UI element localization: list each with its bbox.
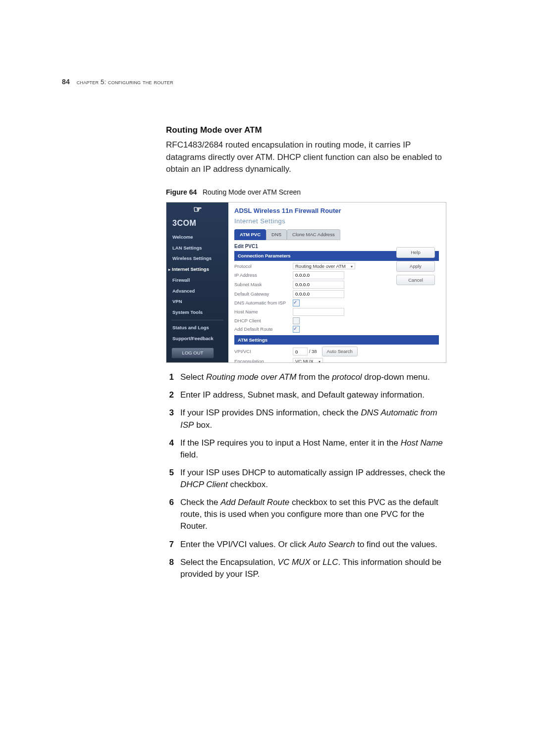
row-encapsulation: Encapsulation VC MUX xyxy=(234,358,439,363)
step-text: If your ISP uses DHCP to automatically a… xyxy=(180,467,446,491)
sidebar-item-vpn[interactable]: VPN xyxy=(166,296,228,307)
section-title: Routing Mode over ATM xyxy=(166,124,446,137)
encaps-select[interactable]: VC MUX xyxy=(293,358,323,363)
tab-bar: ATM PVC DNS Clone MAC Address xyxy=(234,229,439,240)
sidebar-divider xyxy=(171,320,223,320)
step-4: 4 If the ISP requires you to input a Hos… xyxy=(166,437,446,461)
logout-button[interactable]: LOG OUT xyxy=(171,348,214,358)
logo: ☞ xyxy=(166,202,228,217)
step-num: 7 xyxy=(166,539,174,551)
step-8: 8 Select the Encapsulation, VC MUX or LL… xyxy=(166,556,446,580)
row-dhcp: DHCP Client xyxy=(234,317,439,324)
chapter-header: 84 Chapter 5: Configuring the Router xyxy=(62,77,462,87)
hostname-input[interactable] xyxy=(293,308,344,316)
figure-text: Routing Mode over ATM Screen xyxy=(203,188,301,196)
sidebar-item-firewall[interactable]: Firewall xyxy=(166,275,228,286)
figure-caption: Figure 64 Routing Mode over ATM Screen xyxy=(166,187,446,197)
step-num: 8 xyxy=(166,556,174,580)
subnet-input[interactable] xyxy=(293,281,344,289)
step-text: Enter IP address, Subnet mask, and Defau… xyxy=(180,389,425,401)
tab-dns[interactable]: DNS xyxy=(266,229,287,240)
sidebar-item-internet[interactable]: Internet Settings xyxy=(166,264,228,275)
gateway-label: Default Gateway xyxy=(234,291,293,298)
dhcp-label: DHCP Client xyxy=(234,317,293,324)
row-hostname: Host Name xyxy=(234,308,439,316)
step-6: 6 Check the Add Default Route checkbox t… xyxy=(166,497,446,532)
right-buttons: Help Apply Cancel xyxy=(396,247,435,285)
page-number: 84 xyxy=(62,77,75,87)
ip-label: IP Address xyxy=(234,272,293,279)
sidebar-item-support[interactable]: Support/Feedback xyxy=(166,333,228,344)
vci-value: / 38 xyxy=(309,348,317,355)
step-text: Select the Encapsulation, VC MUX or LLC.… xyxy=(180,556,446,580)
help-button[interactable]: Help xyxy=(396,247,435,258)
row-dns-auto: DNS Automatic from ISP xyxy=(234,300,439,306)
default-route-label: Add Default Route xyxy=(234,326,293,333)
page-subtitle: Internet Settings xyxy=(234,217,439,226)
sidebar-item-systools[interactable]: System Tools xyxy=(166,307,228,318)
chapter-title: Chapter 5: Configuring the Router xyxy=(77,78,173,86)
apply-button[interactable]: Apply xyxy=(396,261,435,272)
row-vpivci: VPI/VCI / 38 Auto Search xyxy=(234,347,439,356)
logo-icon: ☞ xyxy=(193,203,202,216)
sidebar: ☞ 3COM Welcome LAN Settings Wireless Set… xyxy=(166,202,228,362)
step-7: 7 Enter the VPI/VCI values. Or click Aut… xyxy=(166,539,446,551)
step-num: 6 xyxy=(166,497,174,532)
step-num: 3 xyxy=(166,407,174,431)
section-bar-atm: ATM Settings xyxy=(234,335,439,345)
screenshot: ▴ ☞ 3COM Welcome LAN Settings Wireless S… xyxy=(166,202,446,363)
page: 84 Chapter 5: Configuring the Router Rou… xyxy=(0,0,535,756)
tab-atm-pvc[interactable]: ATM PVC xyxy=(234,229,266,240)
hostname-label: Host Name xyxy=(234,308,293,315)
step-3: 3 If your ISP provides DNS information, … xyxy=(166,407,446,431)
step-text: Select Routing mode over ATM from the pr… xyxy=(180,371,430,383)
gateway-input[interactable] xyxy=(293,290,344,298)
vpivci-label: VPI/VCI xyxy=(234,348,293,355)
vpi-input[interactable] xyxy=(293,348,308,355)
step-5: 5 If your ISP uses DHCP to automatically… xyxy=(166,467,446,491)
section-paragraph: RFC1483/2684 routed encapsulation in rou… xyxy=(166,139,446,175)
sidebar-item-lan[interactable]: LAN Settings xyxy=(166,243,228,253)
sidebar-item-welcome[interactable]: Welcome xyxy=(166,232,228,243)
dns-auto-checkbox[interactable] xyxy=(293,300,300,306)
figure-label: Figure 64 xyxy=(166,188,197,196)
main-panel: ADSL Wireless 11n Firewall Router Intern… xyxy=(228,202,446,362)
sidebar-item-advanced[interactable]: Advanced xyxy=(166,286,228,297)
body-column: Routing Mode over ATM RFC1483/2684 route… xyxy=(166,124,446,580)
encaps-select-wrap[interactable]: VC MUX xyxy=(293,358,323,363)
step-text: Enter the VPI/VCI values. Or click Auto … xyxy=(180,539,437,551)
row-gateway: Default Gateway xyxy=(234,290,439,298)
sidebar-item-wireless[interactable]: Wireless Settings xyxy=(166,253,228,264)
step-list: 1 Select Routing mode over ATM from the … xyxy=(166,371,446,580)
subnet-label: Subnet Mask xyxy=(234,281,293,288)
encaps-label: Encapsulation xyxy=(234,358,293,363)
protocol-label: Protocol xyxy=(234,263,293,270)
dns-auto-label: DNS Automatic from ISP xyxy=(234,300,293,306)
default-route-checkbox[interactable] xyxy=(293,326,300,333)
step-text: If the ISP requires you to input a Host … xyxy=(180,437,446,461)
step-num: 1 xyxy=(166,371,174,383)
auto-search-button[interactable]: Auto Search xyxy=(322,347,358,356)
step-num: 4 xyxy=(166,437,174,461)
step-text: Check the Add Default Route checkbox to … xyxy=(180,497,446,532)
sidebar-item-status[interactable]: Status and Logs xyxy=(166,322,228,333)
protocol-select-wrap[interactable]: Routing Mode over ATM xyxy=(293,263,355,270)
ip-input[interactable] xyxy=(293,271,344,279)
step-num: 5 xyxy=(166,467,174,491)
protocol-select[interactable]: Routing Mode over ATM xyxy=(293,263,355,269)
step-text: If your ISP provides DNS information, ch… xyxy=(180,407,446,431)
step-1: 1 Select Routing mode over ATM from the … xyxy=(166,371,446,383)
row-default-route: Add Default Route xyxy=(234,326,439,333)
step-num: 2 xyxy=(166,389,174,401)
step-2: 2 Enter IP address, Subnet mask, and Def… xyxy=(166,389,446,401)
cancel-button[interactable]: Cancel xyxy=(396,275,435,286)
tab-clone-mac[interactable]: Clone MAC Address xyxy=(287,229,340,240)
product-title: ADSL Wireless 11n Firewall Router xyxy=(234,206,439,216)
dhcp-checkbox[interactable] xyxy=(293,317,300,324)
brand-text: 3COM xyxy=(166,217,228,232)
